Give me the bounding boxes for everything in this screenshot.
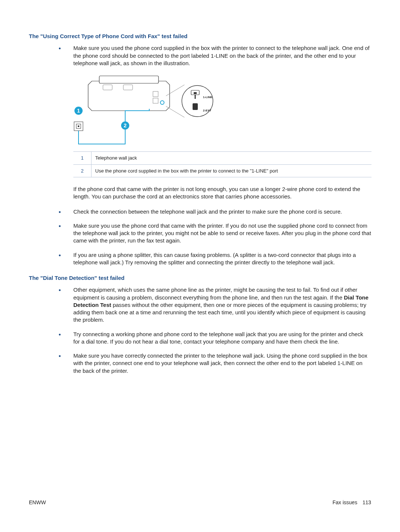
svg-rect-7 xyxy=(153,91,158,97)
section2-list: Other equipment, which uses the same pho… xyxy=(59,286,371,375)
legend-num: 2 xyxy=(73,164,91,177)
svg-rect-6 xyxy=(123,85,133,90)
svg-rect-16 xyxy=(193,103,198,110)
printer-illustration: 1 1-LINE xyxy=(73,74,221,148)
bullet-text-pre: Try connecting a working phone and phone… xyxy=(73,331,363,345)
section1-heading: The "Using Correct Type of Phone Cord wi… xyxy=(29,33,371,40)
list-item: Try connecting a working phone and phone… xyxy=(59,331,371,346)
svg-rect-14 xyxy=(194,92,197,94)
list-item: Make sure you use the phone cord that ca… xyxy=(59,222,371,245)
bullet-text-pre: Other equipment, which uses the same pho… xyxy=(73,287,357,300)
list-item: Make sure you used the phone cord suppli… xyxy=(59,44,371,67)
list-item: Check the connection between the telepho… xyxy=(59,208,371,215)
svg-line-11 xyxy=(166,106,184,117)
bullet-text-pre: Make sure you have correctly connected t… xyxy=(73,352,367,374)
svg-rect-8 xyxy=(153,98,158,103)
legend-row: 2 Use the phone cord supplied in the box… xyxy=(73,164,371,177)
section1-list-b: Check the connection between the telepho… xyxy=(59,208,371,267)
page-footer: ENWW Fax issues 113 xyxy=(29,499,371,506)
illustration-legend: 1 Telephone wall jack 2 Use the phone co… xyxy=(73,151,371,177)
callout-1-label: 1 xyxy=(77,108,80,114)
document-page: The "Using Correct Type of Phone Cord wi… xyxy=(0,0,400,532)
port-label-ext: 2-EXT xyxy=(203,109,211,112)
svg-rect-4 xyxy=(99,76,159,83)
footer-left: ENWW xyxy=(29,499,46,506)
footer-page-number: 113 xyxy=(363,499,371,506)
legend-num: 1 xyxy=(73,152,91,165)
port-label-line: 1-LINE xyxy=(203,96,213,99)
section1-post-para: If the phone cord that came with the pri… xyxy=(73,185,371,201)
list-item: If you are using a phone splitter, this … xyxy=(59,251,371,267)
list-item: Other equipment, which uses the same pho… xyxy=(59,286,371,324)
footer-right: Fax issues 113 xyxy=(333,499,371,506)
list-item: Make sure you have correctly connected t… xyxy=(59,352,371,375)
legend-text: Use the phone cord supplied in the box w… xyxy=(91,164,372,177)
callout-2-label: 2 xyxy=(124,123,127,128)
section1-list-a: Make sure you used the phone cord suppli… xyxy=(59,44,371,67)
legend-row: 1 Telephone wall jack xyxy=(73,152,371,165)
svg-rect-5 xyxy=(103,85,112,90)
legend-text: Telephone wall jack xyxy=(91,152,372,165)
svg-rect-2 xyxy=(78,126,79,127)
bullet-text-post: passes without the other equipment, then… xyxy=(73,302,366,323)
section2-heading: The "Dial Tone Detection" test failed xyxy=(29,274,371,282)
footer-section: Fax issues xyxy=(333,499,357,506)
illustration-wrap: 1 1-LINE xyxy=(73,74,371,148)
